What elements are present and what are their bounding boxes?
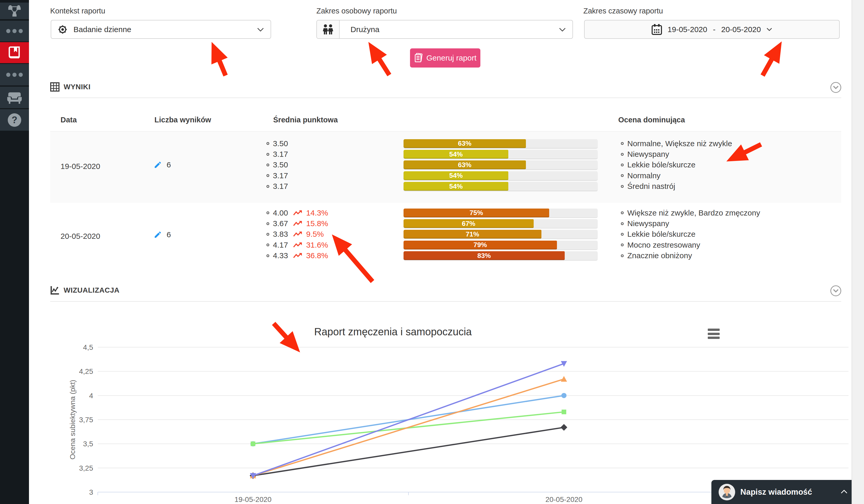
row-edit-count[interactable]: 6 xyxy=(154,230,171,239)
bullet-icon xyxy=(266,233,269,236)
progress-bar-fill: 63% xyxy=(404,160,526,169)
row-edit-count[interactable]: 6 xyxy=(154,160,171,169)
progress-bar-track: 54% xyxy=(404,182,598,191)
bar-item: 63% xyxy=(404,160,598,170)
bar-item: 54% xyxy=(404,170,598,181)
sidebar: ? xyxy=(0,0,29,504)
visualization-section-header: WIZUALIZACJA xyxy=(50,286,120,295)
avatar xyxy=(719,484,735,500)
annotation-arrow xyxy=(763,41,782,75)
sidebar-item-reports-active[interactable] xyxy=(0,42,29,63)
bullet-icon xyxy=(266,142,269,145)
bullet-icon xyxy=(266,222,269,225)
scrollbar-track[interactable] xyxy=(852,0,864,504)
chart-menu-button[interactable] xyxy=(708,328,720,339)
ellipsis-icon xyxy=(6,72,23,77)
score-list: 4.00 14.3% 3.67 15.8% 3.83 9.5% 4.17 31.… xyxy=(266,207,328,261)
progress-bar-track: 79% xyxy=(404,241,598,249)
bullet-icon xyxy=(621,142,624,145)
sidebar-item-help[interactable]: ? xyxy=(0,109,29,131)
score-value: 4.33 xyxy=(273,251,288,260)
sidebar-item-org-structure[interactable] xyxy=(0,3,29,19)
bar-item: 63% xyxy=(404,138,598,149)
score-value: 4.17 xyxy=(273,241,288,249)
score-value: 3.83 xyxy=(273,230,288,239)
hamburger-icon xyxy=(708,328,720,331)
gear-icon xyxy=(58,25,67,34)
score-value: 3.17 xyxy=(273,150,288,159)
dominant-item: Lekkie bóle/skurcze xyxy=(621,229,760,240)
svg-text:3,75: 3,75 xyxy=(79,416,93,424)
ellipsis-icon xyxy=(6,29,23,33)
score-item: 4.00 14.3% xyxy=(266,207,328,218)
sidebar-item-more-top[interactable] xyxy=(0,21,29,41)
results-section-title: WYNIKI xyxy=(64,83,91,91)
chat-label: Napisz wiadomość xyxy=(740,488,812,497)
score-item: 3.83 9.5% xyxy=(266,229,328,240)
trend-up-icon xyxy=(293,231,302,237)
edit-icon[interactable] xyxy=(154,230,162,239)
svg-text:?: ? xyxy=(12,115,17,125)
score-list: 3.50 3.17 3.50 3.17 3.17 xyxy=(266,138,288,192)
context-filter-label: Kontekst raportu xyxy=(50,7,105,15)
divider xyxy=(50,301,841,302)
score-item: 4.33 36.8% xyxy=(266,250,328,261)
sidebar-item-more-bottom[interactable] xyxy=(0,64,29,85)
bar-item: 71% xyxy=(404,229,598,240)
score-item: 3.50 xyxy=(266,138,288,149)
dominant-label: Lekkie bóle/skurcze xyxy=(627,160,695,169)
annotation-arrow xyxy=(274,323,300,352)
collapse-results-button[interactable] xyxy=(830,82,841,93)
context-dropdown-value: Badanie dzienne xyxy=(73,25,131,34)
chevron-down-icon xyxy=(257,28,264,33)
progress-bar-track: 54% xyxy=(404,171,598,180)
edit-icon[interactable] xyxy=(154,161,162,169)
dominant-list: Większe niż zwykle, Bardzo zmęczony Niew… xyxy=(621,207,760,261)
score-item: 3.50 xyxy=(266,160,288,170)
trend-percent: 14.3% xyxy=(306,208,328,217)
progress-bar-fill: 79% xyxy=(404,241,557,249)
svg-text:19-05-2020: 19-05-2020 xyxy=(235,495,271,503)
bar-item: 67% xyxy=(404,218,598,229)
trend-up-icon xyxy=(293,253,302,259)
dominant-item: Niewyspany xyxy=(621,149,732,159)
bullet-icon xyxy=(621,212,624,214)
progress-bar-fill: 83% xyxy=(404,251,565,260)
bullet-icon xyxy=(266,174,269,177)
trend-up-icon xyxy=(293,242,302,248)
progress-bar-track: 67% xyxy=(404,219,598,228)
time-filter-label: Zakres czasowy raportu xyxy=(583,7,663,15)
personal-dropdown-value: Drużyna xyxy=(350,25,380,34)
bullet-icon xyxy=(266,164,269,166)
chat-widget[interactable]: Napisz wiadomość xyxy=(711,480,856,504)
score-item: 3.17 xyxy=(266,149,288,159)
context-dropdown[interactable]: Badanie dzienne xyxy=(51,20,271,39)
chevron-down-icon xyxy=(559,28,566,33)
score-item: 3.67 15.8% xyxy=(266,218,328,229)
bullet-icon xyxy=(621,164,624,166)
personal-dropdown[interactable]: Drużyna xyxy=(316,20,573,39)
score-value: 3.67 xyxy=(273,219,288,228)
date-to: 20-05-2020 xyxy=(721,25,761,34)
dominant-label: Mocno zestresowany xyxy=(627,241,700,249)
results-section-header: WYNIKI xyxy=(50,82,91,92)
armchair-icon xyxy=(7,91,22,104)
chevron-down-icon xyxy=(833,86,839,89)
score-item: 3.17 xyxy=(266,170,288,181)
date-range-field[interactable]: 19-05-2020 - 20-05-2020 xyxy=(584,20,840,39)
progress-bar-fill: 63% xyxy=(404,139,526,148)
calendar-icon xyxy=(652,24,662,35)
bar-item: 83% xyxy=(404,250,598,261)
sidebar-item-lounge[interactable] xyxy=(0,87,29,108)
dominant-label: Niewyspany xyxy=(627,150,669,159)
row-count: 6 xyxy=(167,160,171,169)
generate-report-label: Generuj raport xyxy=(426,53,476,62)
collapse-visualization-button[interactable] xyxy=(830,285,841,296)
dominant-label: Normalne, Większe niż zwykle xyxy=(627,139,732,148)
progress-bar-fill: 54% xyxy=(404,182,508,191)
book-icon xyxy=(8,46,21,60)
dominant-item: Większe niż zwykle, Bardzo zmęczony xyxy=(621,207,760,218)
progress-bar-fill: 54% xyxy=(404,150,508,159)
generate-report-button[interactable]: Generuj raport xyxy=(410,48,480,68)
bullet-icon xyxy=(621,222,624,225)
